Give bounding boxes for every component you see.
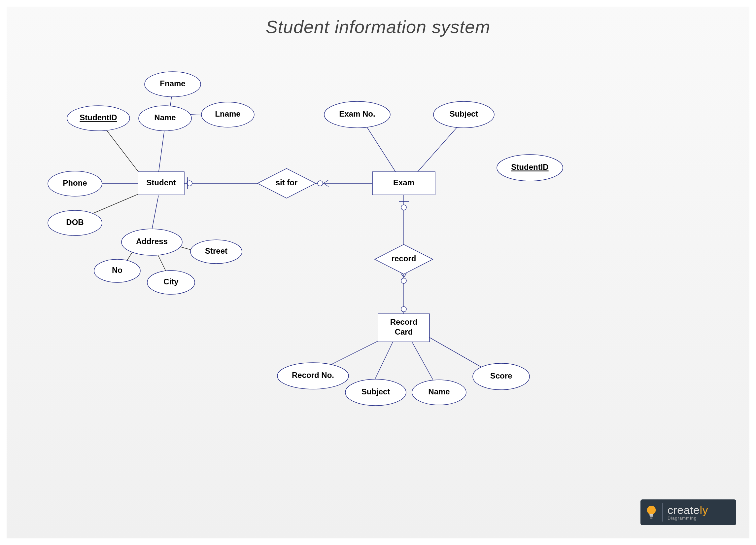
attr-subject-2-label: Subject [361,387,390,396]
svg-line-24 [373,342,393,383]
attr-city-label: City [163,277,179,286]
svg-point-4 [318,181,323,186]
logo-tagline: Diagramming [668,516,708,521]
svg-point-27 [647,506,656,515]
entity-student-label: Student [146,178,176,187]
attr-score-label: Score [490,371,512,380]
logo-separator [662,503,663,522]
attr-subject-label: Subject [450,109,478,118]
svg-line-22 [418,122,462,172]
attr-lname-label: Lname [215,109,240,118]
er-diagram: Student Exam Record Card sit for record … [7,7,749,538]
attr-student-id-2-label: StudentID [511,162,548,171]
attr-record-no-label: Record No. [292,371,334,380]
attr-exam-no-label: Exam No. [339,109,375,118]
attr-student-id-label: StudentID [80,113,117,122]
attr-fname-label: Fname [160,79,185,88]
svg-line-15 [152,195,158,230]
bulb-icon [645,504,658,520]
svg-line-14 [87,194,138,216]
creately-logo: creately Diagramming [640,499,736,525]
svg-line-12 [158,125,165,173]
svg-line-19 [157,253,166,271]
entity-exam-label: Exam [393,178,414,187]
svg-rect-30 [650,518,653,519]
svg-line-26 [429,337,489,372]
svg-point-10 [401,307,406,312]
attr-street-label: Street [205,246,227,255]
attr-name-2-label: Name [428,387,450,396]
rel-record-label: record [392,254,416,263]
svg-point-9 [401,278,406,284]
diagram-canvas: Student information system [7,7,749,538]
svg-rect-28 [649,514,653,516]
svg-rect-29 [650,516,653,517]
rel-sit-for-label: sit for [276,178,298,187]
entity-record-card-label-l1: Record [390,318,418,326]
svg-line-11 [102,124,140,173]
svg-line-25 [411,340,436,385]
attr-address-label: Address [136,237,168,246]
attr-phone-label: Phone [63,178,87,187]
attr-dob-label: DOB [66,218,84,226]
attr-name-label: Name [154,113,176,122]
attr-no-label: No [112,265,122,275]
entity-record-card-label-l2: Card [395,327,413,336]
svg-line-21 [364,122,395,172]
logo-brand-2: ly [700,504,708,516]
svg-point-6 [401,205,406,210]
logo-brand-1: create [668,504,700,516]
logo-brand: creately [668,504,708,516]
